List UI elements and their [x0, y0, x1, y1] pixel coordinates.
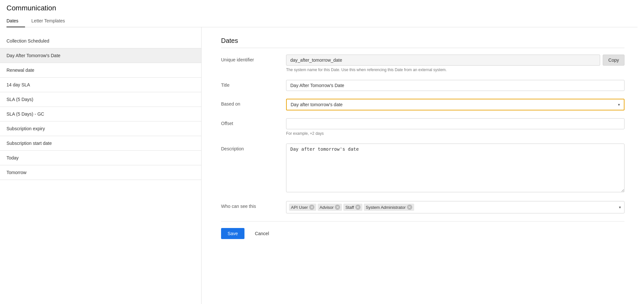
unique-identifier-helper: The system name for this Date. Use this … — [286, 68, 624, 72]
list-item-subscription-expiry[interactable]: Subscription expiry — [0, 121, 201, 136]
unique-identifier-row: Unique identifier Copy The system name f… — [221, 55, 624, 72]
based-on-field: Day after tomorrow's date Today Tomorrow… — [286, 99, 624, 110]
offset-input[interactable] — [286, 118, 624, 129]
list-item-subscription-start-date[interactable]: Subscription start date — [0, 136, 201, 151]
save-button[interactable]: Save — [221, 228, 244, 239]
tags-dropdown-arrow-icon[interactable]: ▼ — [618, 206, 622, 209]
tab-dates[interactable]: Dates — [7, 15, 25, 27]
tag-api-user-remove[interactable]: ✕ — [309, 205, 314, 210]
based-on-select-wrapper: Day after tomorrow's date Today Tomorrow… — [286, 99, 624, 110]
tabs: Dates Letter Templates — [7, 15, 637, 27]
list-item-sla-5-days-gc[interactable]: SLA (5 Days) - GC — [0, 107, 201, 121]
unique-identifier-label: Unique identifier — [221, 55, 286, 62]
tag-api-user: API User ✕ — [289, 204, 316, 211]
description-label: Description — [221, 144, 286, 151]
unique-identifier-input[interactable] — [286, 55, 600, 66]
tag-system-administrator-label: System Administrator — [366, 205, 406, 210]
description-field: Day after tomorrow's date — [286, 144, 624, 193]
offset-row: Offset For example, +2 days — [221, 118, 624, 136]
page-header: Communication Dates Letter Templates — [0, 0, 644, 27]
list-item-sla-5-days[interactable]: SLA (5 Days) — [0, 92, 201, 107]
tag-advisor: Advisor ✕ — [318, 204, 342, 211]
list-item-tomorrow[interactable]: Tomorrow — [0, 165, 201, 180]
offset-field: For example, +2 days — [286, 118, 624, 136]
unique-identifier-input-group: Copy — [286, 55, 624, 66]
who-can-see-field: API User ✕ Advisor ✕ Staff ✕ System Admi… — [286, 201, 624, 213]
list-item-today[interactable]: Today — [0, 151, 201, 165]
title-field — [286, 80, 624, 91]
list-item-14-day-sla[interactable]: 14 day SLA — [0, 78, 201, 92]
tag-staff: Staff ✕ — [343, 204, 362, 211]
title-input[interactable] — [286, 80, 624, 91]
list-item-collection-scheduled[interactable]: Collection Scheduled — [0, 34, 201, 48]
tag-advisor-remove[interactable]: ✕ — [335, 205, 340, 210]
page-title: Communication — [7, 4, 637, 12]
tab-letter-templates[interactable]: Letter Templates — [32, 15, 72, 27]
based-on-label: Based on — [221, 99, 286, 107]
unique-identifier-field: Copy The system name for this Date. Use … — [286, 55, 624, 72]
title-row: Title — [221, 80, 624, 91]
tag-staff-remove[interactable]: ✕ — [355, 205, 361, 210]
list-item-day-after-tomorrows-date[interactable]: Day After Tomorrow's Date — [0, 48, 201, 63]
list-item-renewal-date[interactable]: Renewal date — [0, 63, 201, 78]
description-row: Description Day after tomorrow's date — [221, 144, 624, 193]
tag-system-administrator-remove[interactable]: ✕ — [407, 205, 412, 210]
main-content: Collection Scheduled Day After Tomorrow'… — [0, 27, 644, 304]
copy-button[interactable]: Copy — [603, 55, 624, 66]
based-on-row: Based on Day after tomorrow's date Today… — [221, 99, 624, 110]
title-label: Title — [221, 80, 286, 88]
cancel-button[interactable]: Cancel — [248, 228, 276, 239]
section-title: Dates — [221, 37, 624, 48]
tag-api-user-label: API User — [291, 205, 308, 210]
who-can-see-tags-input[interactable]: API User ✕ Advisor ✕ Staff ✕ System Admi… — [286, 201, 624, 213]
form-actions: Save Cancel — [221, 221, 624, 239]
right-panel: Dates Unique identifier Copy The system … — [202, 27, 644, 304]
left-panel: Collection Scheduled Day After Tomorrow'… — [0, 27, 202, 304]
description-textarea[interactable]: Day after tomorrow's date — [286, 144, 624, 192]
who-can-see-row: Who can see this API User ✕ Advisor ✕ St… — [221, 201, 624, 213]
tag-system-administrator: System Administrator ✕ — [364, 204, 414, 211]
offset-helper: For example, +2 days — [286, 131, 624, 136]
based-on-select[interactable]: Day after tomorrow's date Today Tomorrow… — [286, 99, 624, 110]
tag-staff-label: Staff — [345, 205, 354, 210]
who-can-see-label: Who can see this — [221, 201, 286, 209]
offset-label: Offset — [221, 118, 286, 126]
tag-advisor-label: Advisor — [320, 205, 334, 210]
